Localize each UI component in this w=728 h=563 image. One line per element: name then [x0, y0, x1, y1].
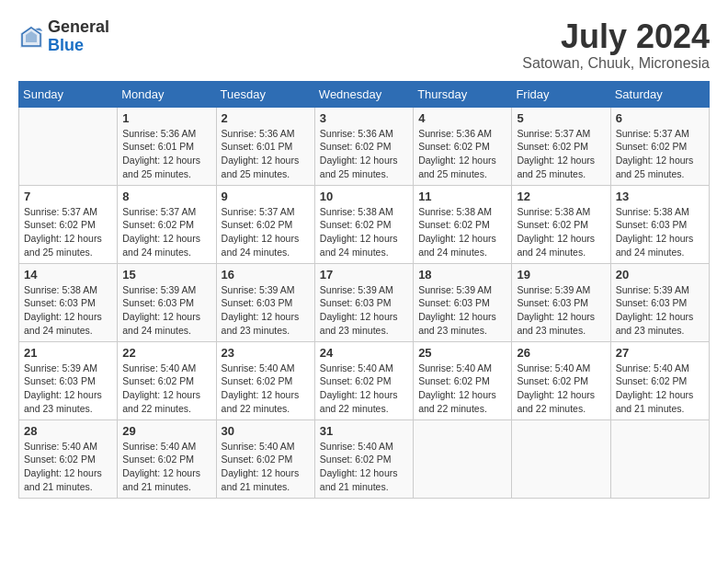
day-number: 14	[24, 268, 112, 282]
day-info: Sunrise: 5:40 AMSunset: 6:02 PMDaylight:…	[616, 362, 704, 416]
calendar-cell: 24Sunrise: 5:40 AMSunset: 6:02 PMDayligh…	[314, 341, 413, 419]
calendar-cell	[610, 419, 709, 498]
calendar-week-row: 28Sunrise: 5:40 AMSunset: 6:02 PMDayligh…	[19, 419, 710, 498]
calendar-cell: 19Sunrise: 5:39 AMSunset: 6:03 PMDayligh…	[512, 263, 610, 341]
day-number: 17	[320, 268, 408, 282]
calendar-cell: 2Sunrise: 5:36 AMSunset: 6:01 PMDaylight…	[216, 107, 314, 185]
day-number: 3	[320, 111, 408, 125]
day-number: 18	[418, 268, 506, 282]
day-number: 24	[320, 346, 408, 360]
calendar-cell: 22Sunrise: 5:40 AMSunset: 6:02 PMDayligh…	[118, 341, 216, 419]
header-row: SundayMondayTuesdayWednesdayThursdayFrid…	[19, 81, 710, 107]
day-info: Sunrise: 5:39 AMSunset: 6:03 PMDaylight:…	[418, 283, 506, 338]
day-info: Sunrise: 5:39 AMSunset: 6:03 PMDaylight:…	[616, 283, 704, 338]
calendar-cell: 27Sunrise: 5:40 AMSunset: 6:02 PMDayligh…	[610, 341, 709, 419]
calendar-cell: 6Sunrise: 5:37 AMSunset: 6:02 PMDaylight…	[610, 107, 709, 185]
day-number: 6	[616, 111, 704, 125]
calendar-cell: 18Sunrise: 5:39 AMSunset: 6:03 PMDayligh…	[414, 263, 512, 341]
calendar-body: 1Sunrise: 5:36 AMSunset: 6:01 PMDaylight…	[19, 107, 710, 498]
calendar-cell: 7Sunrise: 5:37 AMSunset: 6:02 PMDaylight…	[19, 185, 118, 263]
day-info: Sunrise: 5:37 AMSunset: 6:02 PMDaylight:…	[616, 127, 704, 181]
calendar-cell: 5Sunrise: 5:37 AMSunset: 6:02 PMDaylight…	[512, 107, 610, 185]
day-of-week-header: Saturday	[610, 81, 709, 107]
day-info: Sunrise: 5:38 AMSunset: 6:02 PMDaylight:…	[418, 205, 506, 259]
day-of-week-header: Tuesday	[216, 81, 314, 107]
calendar-cell: 21Sunrise: 5:39 AMSunset: 6:03 PMDayligh…	[19, 341, 118, 419]
day-number: 5	[517, 111, 605, 125]
day-of-week-header: Friday	[512, 81, 610, 107]
calendar-cell: 17Sunrise: 5:39 AMSunset: 6:03 PMDayligh…	[314, 263, 413, 341]
calendar-cell	[512, 419, 610, 498]
calendar-cell: 30Sunrise: 5:40 AMSunset: 6:02 PMDayligh…	[216, 419, 314, 498]
day-number: 8	[122, 190, 210, 203]
day-info: Sunrise: 5:38 AMSunset: 6:02 PMDaylight:…	[517, 205, 605, 259]
calendar-cell: 1Sunrise: 5:36 AMSunset: 6:01 PMDaylight…	[118, 107, 216, 185]
logo-general-text: General	[48, 18, 109, 37]
day-info: Sunrise: 5:37 AMSunset: 6:02 PMDaylight:…	[122, 205, 210, 259]
day-info: Sunrise: 5:38 AMSunset: 6:03 PMDaylight:…	[24, 283, 112, 338]
day-number: 31	[320, 424, 408, 438]
calendar-table: SundayMondayTuesdayWednesdayThursdayFrid…	[18, 81, 710, 499]
calendar-cell: 20Sunrise: 5:39 AMSunset: 6:03 PMDayligh…	[610, 263, 709, 341]
day-number: 9	[222, 190, 310, 203]
day-number: 11	[418, 190, 506, 203]
day-info: Sunrise: 5:37 AMSunset: 6:02 PMDaylight:…	[24, 205, 112, 259]
calendar-cell: 11Sunrise: 5:38 AMSunset: 6:02 PMDayligh…	[414, 185, 512, 263]
location-text: Satowan, Chuuk, Micronesia	[522, 55, 710, 72]
day-of-week-header: Monday	[118, 81, 216, 107]
day-number: 30	[222, 424, 310, 438]
day-number: 29	[122, 424, 210, 438]
day-number: 28	[24, 424, 112, 438]
day-number: 20	[616, 268, 704, 282]
day-info: Sunrise: 5:36 AMSunset: 6:01 PMDaylight:…	[122, 127, 210, 181]
day-number: 4	[418, 111, 506, 125]
day-info: Sunrise: 5:40 AMSunset: 6:02 PMDaylight:…	[222, 362, 310, 416]
day-info: Sunrise: 5:39 AMSunset: 6:03 PMDaylight:…	[122, 283, 210, 338]
calendar-cell: 9Sunrise: 5:37 AMSunset: 6:02 PMDaylight…	[216, 185, 314, 263]
day-info: Sunrise: 5:36 AMSunset: 6:02 PMDaylight:…	[320, 127, 408, 181]
calendar-cell: 8Sunrise: 5:37 AMSunset: 6:02 PMDaylight…	[118, 185, 216, 263]
day-info: Sunrise: 5:39 AMSunset: 6:03 PMDaylight:…	[24, 362, 112, 416]
day-number: 25	[418, 346, 506, 360]
day-number: 16	[222, 268, 310, 282]
day-info: Sunrise: 5:36 AMSunset: 6:02 PMDaylight:…	[418, 127, 506, 181]
calendar-cell	[19, 107, 118, 185]
day-number: 27	[616, 346, 704, 360]
day-number: 26	[517, 346, 605, 360]
day-number: 15	[122, 268, 210, 282]
day-info: Sunrise: 5:40 AMSunset: 6:02 PMDaylight:…	[320, 362, 408, 416]
day-number: 1	[122, 111, 210, 125]
calendar-cell: 28Sunrise: 5:40 AMSunset: 6:02 PMDayligh…	[19, 419, 118, 498]
day-of-week-header: Wednesday	[314, 81, 413, 107]
day-number: 22	[122, 346, 210, 360]
day-number: 7	[24, 190, 112, 203]
calendar-week-row: 14Sunrise: 5:38 AMSunset: 6:03 PMDayligh…	[19, 263, 710, 341]
day-info: Sunrise: 5:40 AMSunset: 6:02 PMDaylight:…	[320, 440, 408, 494]
day-number: 12	[517, 190, 605, 203]
day-number: 10	[320, 190, 408, 203]
day-info: Sunrise: 5:37 AMSunset: 6:02 PMDaylight:…	[222, 205, 310, 259]
day-number: 2	[222, 111, 310, 125]
calendar-cell: 14Sunrise: 5:38 AMSunset: 6:03 PMDayligh…	[19, 263, 118, 341]
calendar-cell: 16Sunrise: 5:39 AMSunset: 6:03 PMDayligh…	[216, 263, 314, 341]
day-info: Sunrise: 5:39 AMSunset: 6:03 PMDaylight:…	[517, 283, 605, 338]
calendar-cell: 13Sunrise: 5:38 AMSunset: 6:03 PMDayligh…	[610, 185, 709, 263]
calendar-cell: 23Sunrise: 5:40 AMSunset: 6:02 PMDayligh…	[216, 341, 314, 419]
day-number: 21	[24, 346, 112, 360]
calendar-week-row: 1Sunrise: 5:36 AMSunset: 6:01 PMDaylight…	[19, 107, 710, 185]
calendar-cell: 4Sunrise: 5:36 AMSunset: 6:02 PMDaylight…	[414, 107, 512, 185]
day-number: 23	[222, 346, 310, 360]
page-header: General Blue July 2024 Satowan, Chuuk, M…	[18, 18, 710, 72]
day-info: Sunrise: 5:40 AMSunset: 6:02 PMDaylight:…	[24, 440, 112, 494]
logo: General Blue	[18, 18, 109, 55]
calendar-cell: 15Sunrise: 5:39 AMSunset: 6:03 PMDayligh…	[118, 263, 216, 341]
day-of-week-header: Thursday	[414, 81, 512, 107]
day-info: Sunrise: 5:39 AMSunset: 6:03 PMDaylight:…	[222, 283, 310, 338]
title-section: July 2024 Satowan, Chuuk, Micronesia	[522, 18, 710, 72]
month-year-title: July 2024	[522, 18, 710, 55]
day-of-week-header: Sunday	[19, 81, 118, 107]
calendar-cell: 12Sunrise: 5:38 AMSunset: 6:02 PMDayligh…	[512, 185, 610, 263]
calendar-cell: 26Sunrise: 5:40 AMSunset: 6:02 PMDayligh…	[512, 341, 610, 419]
day-info: Sunrise: 5:36 AMSunset: 6:01 PMDaylight:…	[222, 127, 310, 181]
day-info: Sunrise: 5:40 AMSunset: 6:02 PMDaylight:…	[122, 362, 210, 416]
